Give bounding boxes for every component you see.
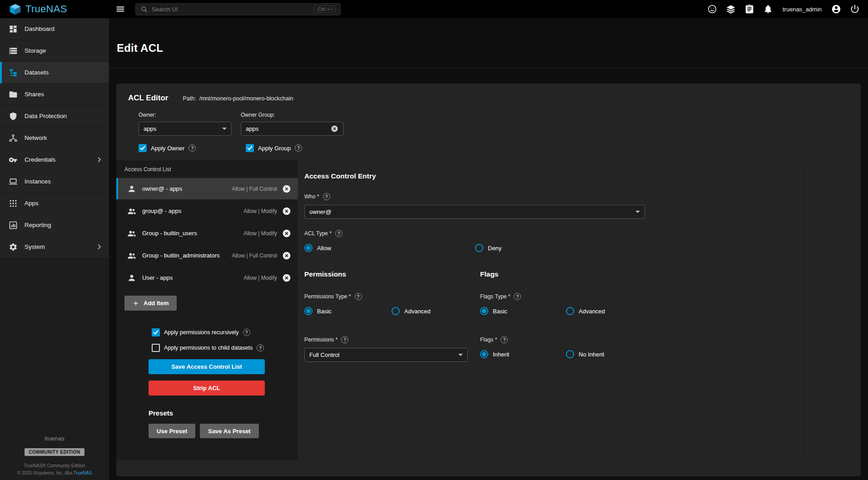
help-icon[interactable] (355, 293, 362, 300)
sidebar-item-label: Instances (25, 178, 109, 185)
acl-list-title: Access Control List (124, 166, 298, 173)
brand-name: TrueNAS (25, 3, 67, 15)
permissions-select[interactable]: Full Control (304, 348, 468, 362)
permissions-label: Permissions * (304, 336, 337, 343)
add-item-button[interactable]: Add Item (124, 296, 177, 311)
radio-icon (566, 350, 574, 358)
sidebar-item-data-protection[interactable]: Data Protection (0, 105, 109, 127)
person-icon (127, 273, 136, 282)
radio-icon (304, 307, 312, 315)
sidebar-item-dashboard[interactable]: Dashboard (0, 18, 109, 40)
account-button[interactable] (831, 4, 841, 14)
acl-entry-who: Group - builtin_users (142, 230, 243, 237)
radio-allow[interactable]: Allow (304, 244, 475, 252)
copyright-brand-link[interactable]: TrueNAS (74, 470, 92, 475)
acl-type-block: ACL Type * Allow Deny (304, 230, 805, 252)
menu-toggle-button[interactable] (115, 4, 125, 14)
radio-permissions-advanced[interactable]: Advanced (392, 307, 431, 315)
flags-type-label: Flags Type * (480, 293, 510, 300)
who-value: owner@ (309, 208, 632, 215)
owner-select[interactable]: apps (139, 122, 232, 136)
feedback-button[interactable] (707, 4, 717, 14)
sidebar-item-apps[interactable]: Apps (0, 193, 109, 214)
plus-icon (132, 300, 139, 307)
apply-owner-checkbox[interactable]: Apply Owner (139, 144, 246, 152)
help-icon[interactable] (243, 329, 250, 336)
help-icon[interactable] (323, 193, 330, 200)
remove-entry-icon[interactable] (282, 229, 291, 238)
strip-acl-button[interactable]: Strip ACL (149, 381, 265, 396)
acl-entry-row[interactable]: Group - builtin_administrators Allow | F… (116, 245, 298, 266)
radio-flags-no-inherit[interactable]: No Inherit (566, 350, 604, 358)
owner-group-input[interactable]: apps (241, 122, 343, 136)
radio-flags-inherit[interactable]: Inherit (480, 350, 566, 358)
permissions-section: Permissions Permissions Type * Basic Adv… (304, 270, 480, 362)
acl-entry-permission: Allow | Modify (243, 275, 277, 281)
remove-entry-icon[interactable] (282, 251, 291, 260)
radio-permissions-basic[interactable]: Basic (304, 307, 392, 315)
help-icon[interactable] (501, 336, 508, 343)
save-as-preset-button[interactable]: Save As Preset (200, 424, 258, 438)
who-select[interactable]: owner@ (304, 205, 645, 219)
recursive-checkbox[interactable]: Apply permissions recursively (149, 328, 265, 336)
acl-entry-row[interactable]: owner@ - apps Allow | Full Control (116, 178, 298, 199)
copyright: © 2025 iXsystems, Inc. dba TrueNAS (0, 470, 109, 475)
sidebar-item-credentials[interactable]: Credentials (0, 149, 109, 171)
who-block: Who * owner@ (304, 193, 805, 219)
clear-icon[interactable] (331, 125, 338, 133)
who-label: Who * (304, 193, 319, 200)
remove-entry-icon[interactable] (282, 184, 291, 193)
sidebar-item-instances[interactable]: Instances (0, 171, 109, 193)
account-circle-icon (831, 4, 841, 14)
sidebar-item-label: Credentials (25, 156, 96, 163)
alerts-button[interactable] (763, 4, 773, 14)
search-placeholder: Search UI (152, 6, 311, 13)
radio-deny[interactable]: Deny (475, 244, 501, 252)
permissions-title: Permissions (304, 270, 480, 278)
sidebar-item-label: System (25, 243, 96, 250)
acl-entry-row[interactable]: Group - builtin_users Allow | Modify (116, 223, 298, 244)
jobs-button[interactable] (744, 4, 754, 14)
radio-flags-basic[interactable]: Basic (480, 307, 566, 315)
acl-editor-title: ACL Editor (128, 94, 168, 103)
owner-group-field: Owner Group: apps (241, 112, 343, 136)
sidebar-nav: Dashboard Storage Datasets Shares Data P… (0, 18, 109, 258)
power-button[interactable] (850, 4, 860, 14)
storage-icon (9, 46, 18, 55)
flags-title: Flags (480, 270, 605, 278)
radio-flags-advanced[interactable]: Advanced (566, 307, 605, 315)
help-icon[interactable] (188, 144, 196, 152)
help-icon[interactable] (295, 144, 302, 152)
sidebar-item-storage[interactable]: Storage (0, 40, 109, 62)
sidebar-item-reporting[interactable]: Reporting (0, 214, 109, 236)
people-icon (127, 207, 136, 216)
sidebar-item-system[interactable]: System (0, 236, 109, 258)
remove-entry-icon[interactable] (282, 207, 291, 216)
truenas-logo[interactable]: TrueNAS (0, 3, 109, 15)
apply-group-checkbox[interactable]: Apply Group (246, 144, 302, 152)
sidebar-item-shares[interactable]: Shares (0, 84, 109, 105)
help-icon[interactable] (257, 344, 264, 351)
sidebar-item-label: Reporting (25, 222, 109, 228)
search-input[interactable]: Search UI Ctrl + / (135, 3, 341, 15)
save-acl-button[interactable]: Save Access Control List (149, 359, 265, 374)
child-datasets-checkbox[interactable]: Apply permissions to child datasets (149, 344, 265, 352)
sidebar-item-network[interactable]: Network (0, 127, 109, 149)
remove-entry-icon[interactable] (282, 273, 291, 282)
dashboard-icon (9, 25, 18, 34)
help-icon[interactable] (341, 336, 348, 343)
acl-entry-row[interactable]: group@ - apps Allow | Modify (116, 200, 298, 222)
apps-icon (9, 199, 18, 208)
sidebar-item-datasets[interactable]: Datasets (0, 62, 109, 84)
acl-entry-row[interactable]: User - apps Allow | Modify (116, 267, 298, 288)
help-icon[interactable] (335, 230, 342, 237)
sidebar-item-label: Storage (25, 47, 109, 54)
help-icon[interactable] (514, 293, 521, 300)
radio-icon (475, 244, 483, 252)
people-icon (127, 229, 136, 238)
truecommand-button[interactable] (726, 4, 736, 14)
bell-icon (763, 4, 773, 14)
dataset-path: Path: /mnt/monero-pool/monero-blockchain (183, 95, 293, 102)
use-preset-button[interactable]: Use Preset (149, 424, 195, 438)
shield-icon (9, 112, 18, 121)
